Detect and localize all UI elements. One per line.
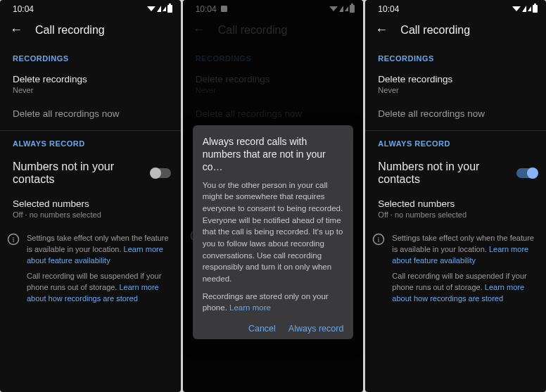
numbers-not-toggle[interactable] (516, 168, 536, 178)
status-icons (147, 5, 172, 13)
selected-numbers-item[interactable]: Selected numbers Off · no numbers select… (365, 193, 546, 227)
info-text-1: Settings take effect only when the featu… (27, 233, 172, 267)
cancel-button[interactable]: Cancel (248, 324, 276, 334)
screen-toggle-off: 10:04 ← Call recording RECORDINGS Delete… (0, 0, 181, 392)
info-text-2: Call recording will be suspended if your… (27, 271, 172, 305)
status-icons (512, 5, 538, 13)
signal2-icon (163, 6, 166, 11)
svg-text:i: i (378, 235, 380, 244)
title-bar: ← Call recording (365, 14, 546, 49)
screen-toggle-on: 10:04 ← Call recording RECORDINGS Delete… (365, 0, 546, 392)
signal2-icon (528, 6, 531, 11)
info-block-1: i Settings take effect only when the fea… (0, 227, 181, 271)
delete-recordings-item[interactable]: Delete recordings Never (0, 68, 181, 103)
divider (0, 130, 181, 131)
back-icon[interactable]: ← (375, 23, 388, 37)
numbers-not-label: Numbers not in your contacts (13, 160, 151, 186)
numbers-not-in-contacts-item[interactable]: Numbers not in your contacts (365, 153, 546, 193)
back-icon[interactable]: ← (10, 23, 23, 37)
delete-recordings-item[interactable]: Delete recordings Never (365, 68, 546, 103)
battery-icon (533, 5, 538, 13)
screen-dialog: 10:04 ← Call recording RECORDINGS Delete… (183, 0, 364, 392)
divider (365, 130, 546, 131)
signal-icon (522, 6, 526, 12)
page-title: Call recording (400, 24, 470, 37)
battery-icon (167, 5, 172, 13)
selected-numbers-item[interactable]: Selected numbers Off · no numbers select… (0, 193, 181, 227)
signal-icon (157, 6, 161, 12)
clock: 10:04 (378, 4, 399, 14)
wifi-icon (512, 6, 521, 11)
status-bar: 10:04 (0, 0, 181, 14)
delete-all-now-label: Delete all recordings now (13, 108, 168, 119)
numbers-not-toggle[interactable] (151, 168, 170, 178)
info-icon: i (7, 233, 20, 246)
status-bar: 10:04 (365, 0, 546, 14)
section-recordings-header: RECORDINGS (365, 49, 546, 68)
svg-text:i: i (12, 235, 14, 244)
dialog-buttons: Cancel Always record (203, 320, 344, 334)
section-always-header: ALWAYS RECORD (365, 134, 546, 153)
page-title: Call recording (35, 24, 105, 37)
delete-recordings-sub: Never (13, 86, 168, 94)
clock: 10:04 (13, 4, 34, 14)
confirm-dialog: Always record calls with numbers that ar… (193, 125, 354, 339)
section-always-header: ALWAYS RECORD (0, 134, 181, 153)
info-block-2: Call recording will be suspended if your… (0, 271, 181, 309)
info-block-1: i Settings take effect only when the fea… (365, 227, 546, 271)
info-block-2: Call recording will be suspended if your… (365, 271, 546, 309)
delete-recordings-label: Delete recordings (13, 74, 168, 84)
selected-numbers-sub: Off · no numbers selected (13, 210, 168, 219)
wifi-icon (147, 6, 155, 11)
always-record-button[interactable]: Always record (288, 324, 344, 334)
title-bar: ← Call recording (0, 14, 181, 49)
dialog-body: You or the other person in your call mig… (203, 179, 344, 314)
dialog-learn-more-link[interactable]: Learn more (229, 303, 271, 312)
delete-all-now-item[interactable]: Delete all recordings now (0, 103, 181, 127)
selected-numbers-label: Selected numbers (13, 198, 168, 209)
section-recordings-header: RECORDINGS (0, 49, 181, 68)
info-icon: i (372, 233, 385, 246)
delete-all-now-item[interactable]: Delete all recordings now (365, 103, 546, 127)
dialog-title: Always record calls with numbers that ar… (203, 135, 344, 174)
numbers-not-in-contacts-item[interactable]: Numbers not in your contacts (0, 153, 181, 193)
